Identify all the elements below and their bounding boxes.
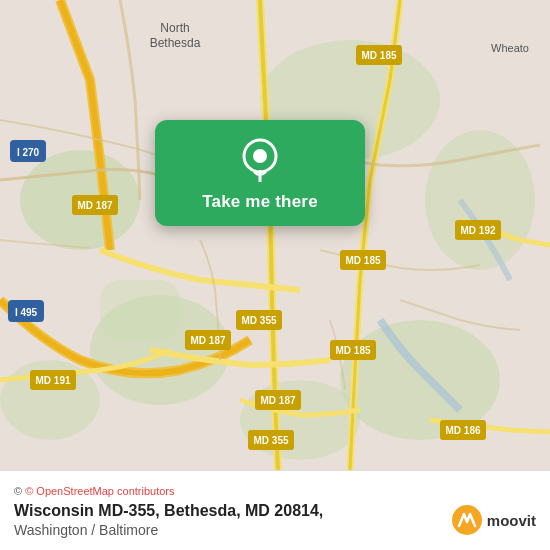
map-background: I 270 I 495 MD 187 MD 187 MD 187 MD 185 … [0,0,550,470]
osm-link[interactable]: © OpenStreetMap contributors [25,485,174,497]
info-bar: © © OpenStreetMap contributors Wisconsin… [0,470,550,550]
copyright-symbol: © [14,485,22,497]
svg-text:I 495: I 495 [15,307,38,318]
svg-text:MD 187: MD 187 [77,200,112,211]
svg-text:MD 186: MD 186 [445,425,480,436]
location-popup: Take me there [155,120,365,226]
svg-text:MD 187: MD 187 [190,335,225,346]
svg-text:MD 192: MD 192 [460,225,495,236]
map-container: I 270 I 495 MD 187 MD 187 MD 187 MD 185 … [0,0,550,470]
svg-text:MD 355: MD 355 [241,315,276,326]
osm-credit: © © OpenStreetMap contributors [14,485,536,497]
moovit-icon [451,504,483,536]
svg-text:Wheato: Wheato [491,42,529,54]
svg-text:MD 185: MD 185 [335,345,370,356]
map-pin-icon [238,138,282,182]
moovit-text-label: moovit [487,512,536,529]
svg-rect-8 [100,280,180,340]
svg-text:MD 185: MD 185 [345,255,380,266]
svg-text:MD 187: MD 187 [260,395,295,406]
svg-text:Bethesda: Bethesda [150,36,201,50]
svg-text:I 270: I 270 [17,147,40,158]
take-me-there-button[interactable]: Take me there [202,192,318,212]
svg-point-4 [425,130,535,270]
svg-text:MD 191: MD 191 [35,375,70,386]
moovit-logo: moovit [451,504,536,536]
svg-text:MD 355: MD 355 [253,435,288,446]
svg-point-39 [253,149,267,163]
svg-text:North: North [160,21,189,35]
svg-text:MD 185: MD 185 [361,50,396,61]
